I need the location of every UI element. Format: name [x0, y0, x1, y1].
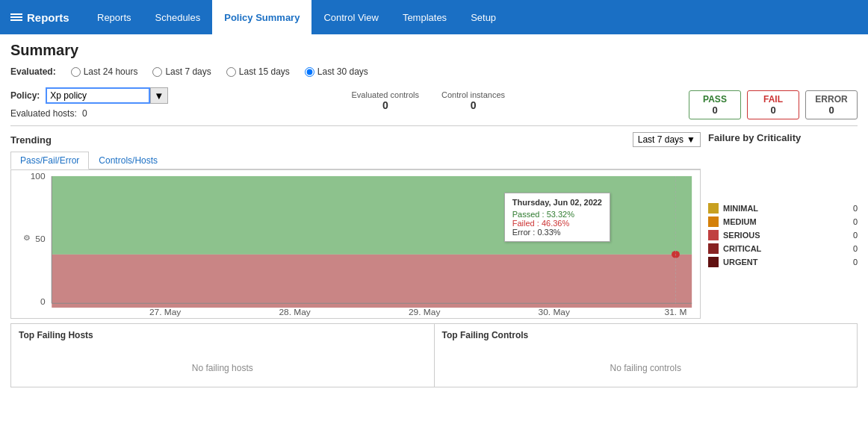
nav-tab-control-view[interactable]: Control View	[311, 0, 390, 34]
svg-text:31. M: 31. M	[665, 308, 687, 317]
svg-text:29. May: 29. May	[409, 308, 441, 317]
svg-rect-2	[52, 255, 692, 308]
fail-badge: FAIL 0	[747, 90, 799, 119]
legend-urgent: URGENT 0	[708, 257, 858, 267]
radio-30d-label: Last 30 days	[317, 66, 368, 77]
page-title: Summary	[10, 42, 858, 59]
error-badge-label: ERROR	[815, 94, 848, 105]
criticality-title: Failure by Criticality	[708, 132, 858, 143]
svg-text:28. May: 28. May	[279, 308, 311, 317]
policy-section: Policy: ▼ Evaluated hosts: 0	[10, 87, 168, 119]
policy-row: Policy: ▼	[10, 87, 168, 104]
top-failing-controls-title: Top Failing Controls	[442, 330, 850, 340]
policy-input[interactable]	[46, 87, 150, 104]
radio-24h-label: Last 24 hours	[84, 66, 138, 77]
svg-text:27. May: 27. May	[149, 308, 182, 317]
brand-title: Reports	[27, 11, 69, 24]
evaluated-controls-stat: Evaluated controls 0	[352, 90, 420, 111]
chart-tooltip: Thursday, Jun 02, 2022 Passed : 53.32% F…	[504, 193, 610, 242]
urgent-value: 0	[853, 258, 858, 267]
radio-7d-input[interactable]	[152, 67, 162, 77]
brand-logo: Reports	[3, 11, 85, 24]
evaluated-hosts-row: Evaluated hosts: 0	[10, 108, 168, 119]
error-badge: ERROR 0	[805, 90, 858, 119]
minimal-swatch	[708, 203, 719, 214]
radio-30d-input[interactable]	[305, 67, 314, 77]
svg-text:0: 0	[40, 298, 46, 306]
chart-tab-bar: Pass/Fail/Error Controls/Hosts	[10, 152, 701, 169]
critical-label: CRITICAL	[723, 244, 846, 253]
radio-15d[interactable]: Last 15 days	[226, 66, 290, 77]
radio-24h[interactable]: Last 24 hours	[71, 66, 138, 77]
top-failing-hosts-panel: Top Failing Hosts No failing hosts	[11, 324, 435, 387]
radio-30d[interactable]: Last 30 days	[305, 66, 368, 77]
urgent-swatch	[708, 257, 719, 267]
nav-tab-reports[interactable]: Reports	[85, 0, 143, 34]
tooltip-passed-value: 53.32%	[547, 210, 574, 219]
tooltip-failed-label: Failed :	[512, 219, 539, 228]
tooltip-error-label: Error :	[512, 228, 536, 237]
legend-medium: MEDIUM 0	[708, 216, 858, 227]
criticality-legend: MINIMAL 0 MEDIUM 0 SERIOUS 0	[708, 203, 858, 267]
policy-select-wrapper: ▼	[46, 87, 167, 104]
no-failing-hosts-msg: No failing hosts	[19, 355, 427, 381]
evaluated-controls-label: Evaluated controls	[352, 90, 420, 99]
policy-label: Policy:	[10, 90, 40, 101]
control-instances-value: 0	[441, 99, 505, 111]
svg-text:⚙: ⚙	[23, 234, 30, 241]
evaluated-hosts-value: 0	[82, 108, 87, 119]
radio-7d-label: Last 7 days	[165, 66, 211, 77]
serious-value: 0	[853, 231, 858, 240]
nav-tab-schedules[interactable]: Schedules	[143, 0, 213, 34]
fail-badge-value: 0	[757, 105, 790, 116]
fail-badge-label: FAIL	[757, 94, 790, 105]
tooltip-error: Error : 0.33%	[512, 228, 602, 237]
nav-tab-setup[interactable]: Setup	[459, 0, 508, 34]
evaluated-label: Evaluated:	[10, 66, 56, 77]
evaluated-hosts-label: Evaluated hosts:	[10, 108, 77, 119]
badges-group: PASS 0 FAIL 0 ERROR 0	[689, 90, 858, 119]
trending-criticality-section: Trending Last 7 days ▼ Pass/Fail/Error C…	[10, 132, 858, 319]
nav-tab-templates[interactable]: Templates	[391, 0, 459, 34]
trending-dropdown-label: Last 7 days	[638, 134, 683, 145]
tooltip-failed: Failed : 46.36%	[512, 219, 602, 228]
legend-serious: SERIOUS 0	[708, 230, 858, 240]
svg-text:100: 100	[31, 172, 46, 180]
trending-dropdown[interactable]: Last 7 days ▼	[633, 132, 701, 147]
nav-tab-policy-summary[interactable]: Policy Summary	[212, 0, 311, 34]
criticality-section: Failure by Criticality MINIMAL 0 MEDIUM …	[708, 132, 858, 319]
tooltip-passed-label: Passed :	[512, 210, 545, 219]
minimal-value: 0	[853, 204, 858, 213]
tooltip-passed: Passed : 53.32%	[512, 210, 602, 219]
tab-pass-fail-error[interactable]: Pass/Fail/Error	[10, 152, 89, 169]
legend-minimal: MINIMAL 0	[708, 203, 858, 214]
radio-15d-label: Last 15 days	[239, 66, 290, 77]
critical-value: 0	[853, 244, 858, 253]
legend-critical: CRITICAL 0	[708, 243, 858, 254]
pass-badge: PASS 0	[689, 90, 741, 119]
chart-container: 100 50 0 ⚙ 27. May 28. May 29. May 30. M…	[10, 169, 701, 319]
top-failing-controls-panel: Top Failing Controls No failing controls	[435, 324, 858, 387]
evaluated-controls-value: 0	[352, 99, 420, 111]
top-failing-hosts-title: Top Failing Hosts	[19, 330, 427, 340]
control-instances-label: Control instances	[441, 90, 505, 99]
tooltip-date: Thursday, Jun 02, 2022	[512, 198, 602, 207]
radio-15d-input[interactable]	[226, 67, 236, 77]
tab-controls-hosts[interactable]: Controls/Hosts	[89, 152, 167, 169]
radio-24h-input[interactable]	[71, 67, 81, 77]
control-instances-stat: Control instances 0	[441, 90, 505, 111]
divider-1	[10, 125, 858, 126]
top-navigation: Reports Reports Schedules Policy Summary…	[0, 0, 868, 34]
bottom-panels: Top Failing Hosts No failing hosts Top F…	[10, 323, 858, 387]
pass-badge-label: PASS	[698, 94, 731, 105]
medium-label: MEDIUM	[723, 217, 846, 226]
main-content: Summary Evaluated: Last 24 hours Last 7 …	[0, 34, 868, 433]
medium-swatch	[708, 216, 719, 227]
no-failing-controls-msg: No failing controls	[442, 355, 850, 381]
tooltip-failed-value: 46.36%	[542, 219, 569, 228]
minimal-label: MINIMAL	[723, 204, 846, 213]
trending-title: Trending	[10, 134, 52, 146]
policy-dropdown-button[interactable]: ▼	[150, 87, 167, 104]
trending-header: Trending Last 7 days ▼	[10, 132, 701, 147]
radio-7d[interactable]: Last 7 days	[152, 66, 211, 77]
